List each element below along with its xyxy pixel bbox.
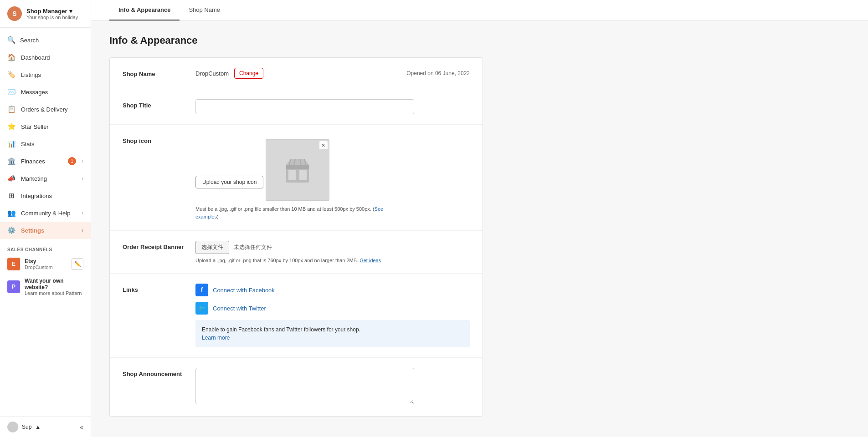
community-icon: 👥 [7,209,15,217]
messages-icon: ✉️ [7,88,15,96]
svg-rect-3 [286,165,309,169]
sidebar-item-star-seller[interactable]: ⭐ Star Seller [0,118,91,135]
tab-shop-name[interactable]: Shop Name [180,0,229,20]
shop-title-input[interactable] [195,99,414,114]
sidebar-orders-label: Orders & Delivery [21,106,83,113]
sidebar-nav: 🔍 Search 🏠 Dashboard 🏷️ Listings ✉️ Mess… [0,28,91,243]
svg-rect-1 [288,170,296,180]
sidebar-star-seller-label: Star Seller [21,123,83,130]
shop-manager-header[interactable]: S Shop Manager ▾ Your shop is on holiday [0,0,91,28]
twitter-link[interactable]: Connect with Twitter [213,305,266,312]
links-info-box: Enable to gain Facebook fans and Twitter… [195,320,470,347]
sidebar-item-stats[interactable]: 📊 Stats [0,135,91,152]
get-ideas-link[interactable]: Get ideas [360,258,381,263]
tab-info-appearance[interactable]: Info & Appearance [109,0,180,20]
integrations-icon: ⊞ [7,192,15,200]
avatar: S [7,6,22,21]
sidebar-marketing-label: Marketing [21,175,76,182]
icon-placeholder [284,157,311,184]
order-receipt-label: Order Receipt Banner [123,241,186,250]
footer-username: Sup [22,424,31,430]
search-icon: 🔍 [7,36,15,44]
collapse-sidebar-icon[interactable]: « [80,423,83,431]
sidebar-item-dashboard[interactable]: 🏠 Dashboard [0,49,91,66]
file-select-button[interactable]: 选择文件 [195,241,229,254]
page-title: Info & Appearance [109,35,483,46]
shop-title-label: Shop Title [123,99,186,109]
opened-date: Opened on 06 June, 2022 [406,70,470,76]
shop-announcement-label: Shop Announcement [123,368,186,377]
shop-title-row: Shop Title [110,89,483,125]
sidebar: S Shop Manager ▾ Your shop is on holiday… [0,0,91,437]
finances-arrow-icon: › [82,158,83,164]
main-area: Info & Appearance Shop Name Info & Appea… [91,0,868,437]
twitter-icon: 🐦 [195,302,208,315]
sidebar-finances-label: Finances [21,158,62,165]
shop-announcement-row: Shop Announcement [110,358,483,416]
change-shop-name-button[interactable]: Change [234,68,263,79]
community-arrow-icon: › [82,210,83,216]
icon-hint: Must be a .jpg, .gif or .png file smalle… [195,205,387,220]
tabs-bar: Info & Appearance Shop Name [91,0,868,21]
orders-icon: 📋 [7,105,15,113]
sidebar-item-messages[interactable]: ✉️ Messages [0,83,91,101]
links-info-text: Enable to gain Facebook fans and Twitter… [202,326,360,333]
shop-name-row: Shop Name DropCustom Change Opened on 06… [110,58,483,89]
links-learn-more[interactable]: Learn more [202,335,230,341]
links-section: f Connect with Facebook 🐦 Connect with T… [195,284,470,347]
finances-badge: 1 [68,157,76,165]
etsy-icon: E [7,258,20,270]
shop-manager-subtitle: Your shop is on holiday [26,15,83,20]
sidebar-search-label: Search [20,37,83,44]
icon-hint-link[interactable]: See examples [195,206,383,219]
listings-icon: 🏷️ [7,71,15,79]
sidebar-item-community[interactable]: 👥 Community & Help › [0,204,91,222]
sidebar-item-settings[interactable]: ⚙️ Settings › [0,222,91,239]
sidebar-item-integrations[interactable]: ⊞ Integrations [0,187,91,204]
upload-shop-icon-button[interactable]: Upload your shop icon [195,176,263,188]
settings-arrow-icon: › [82,227,83,234]
marketing-arrow-icon: › [82,175,83,182]
main-content: Info & Appearance Shop Name DropCustom C… [91,21,501,430]
etsy-edit-button[interactable]: ✏️ [72,258,83,270]
receipt-hint: Upload a .jpg, .gif or .png that is 760p… [195,258,470,263]
etsy-name: Etsy [25,258,67,264]
sidebar-listings-label: Listings [21,71,83,78]
shop-icon-preview: ✕ [266,139,329,201]
etsy-channel[interactable]: E Etsy DropCustom ✏️ [0,254,91,274]
pattern-sub: Learn more about Pattern [25,290,83,296]
shop-announcement-textarea[interactable] [195,368,414,404]
shop-icon-close-button[interactable]: ✕ [319,141,328,149]
etsy-sub: DropCustom [25,264,67,270]
shop-manager-title: Shop Manager [26,8,67,15]
order-receipt-row: Order Receipt Banner 选择文件 未选择任何文件 Upload… [110,231,483,274]
links-row: Links f Connect with Facebook 🐦 Connect … [110,274,483,358]
sidebar-item-orders[interactable]: 📋 Orders & Delivery [0,101,91,118]
facebook-icon: f [195,284,208,296]
sidebar-community-label: Community & Help [21,210,76,217]
links-label: Links [123,284,186,293]
pattern-icon: P [7,280,20,293]
settings-icon: ⚙️ [7,226,15,234]
sidebar-item-search[interactable]: 🔍 Search [0,31,91,49]
facebook-link[interactable]: Connect with Facebook [213,287,275,294]
star-icon: ⭐ [7,122,15,131]
sidebar-item-marketing[interactable]: 📣 Marketing › [0,170,91,187]
sidebar-footer: Sup ▲ « [0,417,91,437]
file-no-file-text: 未选择任何文件 [234,244,272,251]
sidebar-integrations-label: Integrations [21,193,83,199]
shop-name-value: DropCustom [195,70,229,77]
sidebar-item-listings[interactable]: 🏷️ Listings [0,66,91,83]
shop-name-label: Shop Name [123,68,186,77]
twitter-link-row: 🐦 Connect with Twitter [195,302,470,315]
home-icon: 🏠 [7,53,15,61]
pattern-channel[interactable]: P Want your own website? Learn more abou… [0,274,91,300]
sidebar-messages-label: Messages [21,89,83,96]
sidebar-item-finances[interactable]: 🏛️ Finances 1 › [0,152,91,170]
svg-rect-2 [299,170,307,180]
footer-avatar [7,422,18,432]
dropdown-icon: ▾ [69,8,72,15]
shop-icon-row: Shop icon Upload your shop icon [110,125,483,231]
info-appearance-card: Shop Name DropCustom Change Opened on 06… [109,57,483,417]
expand-icon: ▲ [35,424,41,430]
